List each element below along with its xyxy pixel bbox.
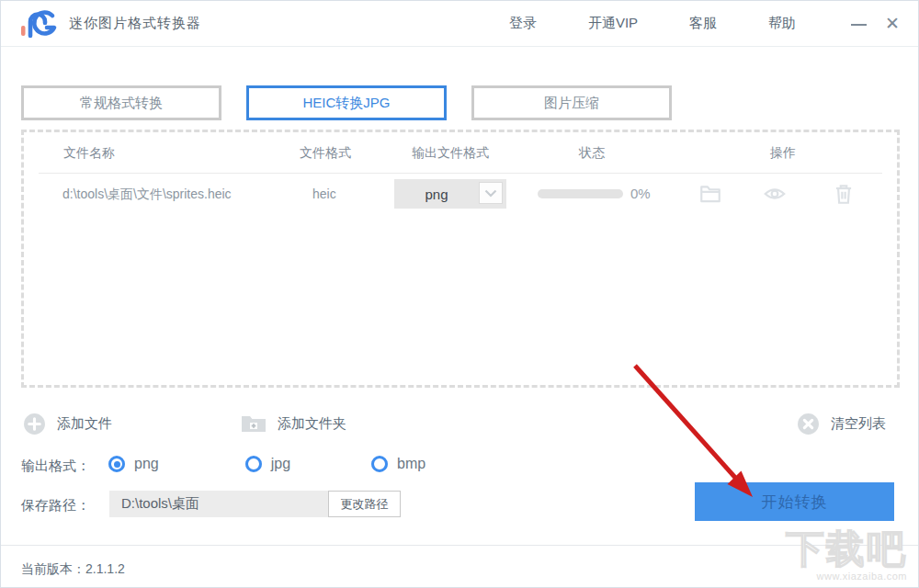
menu-support[interactable]: 客服 — [689, 15, 717, 32]
radio-jpg-label: jpg — [271, 456, 290, 472]
folder-plus-icon — [241, 413, 267, 435]
col-format: 文件格式 — [300, 145, 351, 162]
minimize-icon[interactable] — [851, 15, 867, 32]
output-format-value: png — [394, 179, 479, 209]
radio-png[interactable] — [108, 456, 125, 472]
tab-bar: 常规格式转换 HEIC转换JPG 图片压缩 — [21, 85, 672, 120]
tab-normal-convert[interactable]: 常规格式转换 — [21, 85, 221, 120]
tab-heic-to-jpg[interactable]: HEIC转换JPG — [246, 85, 447, 120]
save-path-field[interactable]: D:\tools\桌面 更改路径 — [109, 491, 401, 517]
clear-list-button[interactable]: 清空列表 — [797, 413, 886, 435]
add-folder-label: 添加文件夹 — [278, 415, 346, 433]
output-format-label: 输出格式： — [21, 458, 90, 475]
change-path-button[interactable]: 更改路径 — [328, 491, 401, 517]
top-menu: 登录 开通VIP 客服 帮助 — [509, 15, 796, 32]
menu-login[interactable]: 登录 — [509, 15, 537, 32]
close-icon[interactable]: ✕ — [885, 15, 900, 32]
save-path-label: 保存路径： — [21, 497, 90, 514]
app-title: 迷你图片格式转换器 — [69, 15, 201, 32]
radio-bmp[interactable] — [371, 456, 388, 472]
add-file-button[interactable]: 添加文件 — [23, 413, 112, 435]
app-window: 迷你图片格式转换器 登录 开通VIP 客服 帮助 ✕ 常规格式转换 HEIC转换… — [0, 0, 919, 588]
table-header: 文件名称 文件格式 输出文件格式 状态 操作 — [24, 132, 897, 173]
progress-percent: 0% — [630, 186, 651, 201]
title-bar: 迷你图片格式转换器 登录 开通VIP 客服 帮助 ✕ — [1, 1, 918, 47]
col-output-format: 输出文件格式 — [412, 145, 489, 162]
app-logo-icon — [19, 7, 58, 40]
radio-png-label: png — [134, 456, 159, 472]
chevron-down-icon — [479, 182, 503, 204]
radio-option-jpg[interactable]: jpg — [245, 456, 290, 472]
add-file-label: 添加文件 — [57, 415, 112, 433]
version-label: 当前版本：2.1.1.2 — [21, 561, 125, 578]
save-path-value: D:\tools\桌面 — [109, 495, 328, 513]
output-format-dropdown[interactable]: png — [394, 179, 506, 209]
plus-circle-icon — [23, 413, 46, 435]
file-name: d:\tools\桌面\文件\sprites.heic — [62, 187, 232, 203]
file-list-panel: 文件名称 文件格式 输出文件格式 状态 操作 d:\tools\桌面\文件\sp… — [21, 130, 900, 388]
tab-image-compress[interactable]: 图片压缩 — [471, 85, 672, 120]
footer-bar: 当前版本：2.1.1.2 — [1, 545, 918, 588]
col-actions: 操作 — [770, 145, 796, 162]
preview-eye-icon[interactable] — [763, 182, 787, 206]
progress-bar — [538, 189, 623, 198]
clear-circle-x-icon — [797, 413, 820, 435]
radio-option-png[interactable]: png — [108, 456, 159, 472]
radio-bmp-label: bmp — [397, 456, 425, 472]
table-row: d:\tools\桌面\文件\sprites.heic heic png 0% — [24, 175, 897, 215]
col-status: 状态 — [579, 145, 605, 162]
output-format-radio-group: png jpg bmp — [108, 456, 425, 472]
file-format: heic — [312, 187, 336, 201]
delete-trash-icon[interactable] — [832, 182, 856, 206]
add-folder-button[interactable]: 添加文件夹 — [241, 413, 346, 435]
menu-help[interactable]: 帮助 — [768, 15, 796, 32]
radio-option-bmp[interactable]: bmp — [371, 456, 425, 472]
menu-vip[interactable]: 开通VIP — [588, 15, 638, 32]
col-filename: 文件名称 — [63, 145, 115, 162]
open-folder-icon[interactable] — [698, 182, 722, 206]
clear-list-label: 清空列表 — [831, 415, 886, 433]
radio-jpg[interactable] — [245, 456, 262, 472]
header-divider — [39, 173, 882, 174]
window-controls: ✕ — [851, 15, 900, 32]
start-convert-button[interactable]: 开始转换 — [695, 482, 894, 521]
